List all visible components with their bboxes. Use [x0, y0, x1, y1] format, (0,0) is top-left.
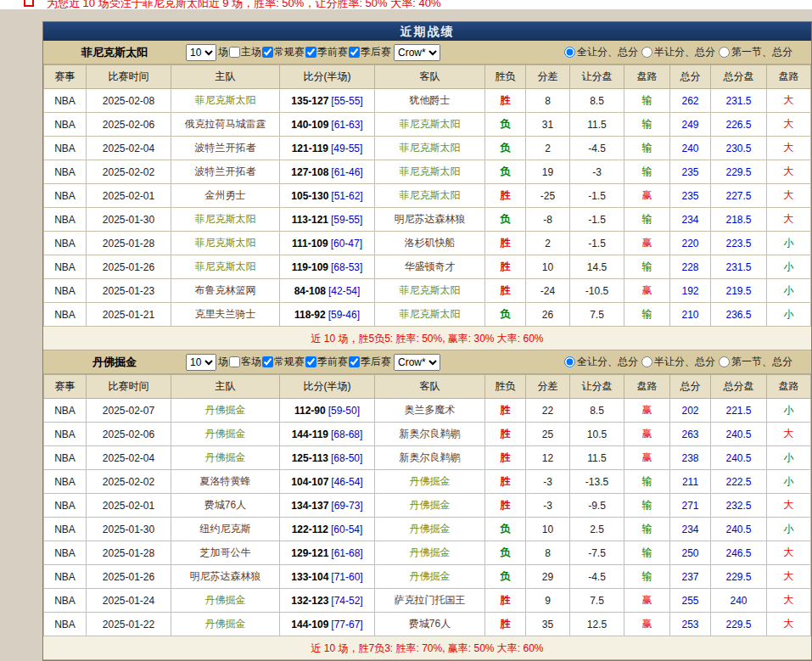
regular-season-filter[interactable]: 常规赛 [261, 45, 305, 59]
full-handicap-radio[interactable] [564, 356, 575, 367]
home-team-link[interactable]: 菲尼克斯太阳 [195, 94, 256, 106]
odds-provider-select[interactable]: Crow* [394, 44, 440, 61]
away-team-link[interactable]: 明尼苏达森林狼 [395, 213, 466, 225]
first-quarter-radio[interactable] [719, 356, 730, 367]
home-team-link[interactable]: 丹佛掘金 [205, 618, 246, 630]
league-cell: NBA [44, 303, 87, 327]
away-team-link[interactable]: 菲尼克斯太阳 [400, 165, 461, 177]
away-team-link[interactable]: 丹佛掘金 [410, 546, 451, 558]
away-team-link[interactable]: 菲尼克斯太阳 [400, 284, 461, 296]
away-team-link[interactable]: 犹他爵士 [410, 94, 451, 106]
away-team-cell: 萨克拉门托国王 [375, 589, 485, 613]
away-team-cell: 明尼苏达森林狼 [375, 208, 485, 232]
away-team-link[interactable]: 华盛顿奇才 [405, 260, 456, 272]
away-team-cell: 丹佛掘金 [375, 494, 485, 518]
venue-checkbox[interactable] [229, 47, 240, 58]
games-count-select[interactable]: 10 [186, 354, 216, 371]
away-team-link[interactable]: 奥兰多魔术 [405, 404, 456, 416]
home-team-link[interactable]: 丹佛掘金 [205, 428, 246, 440]
half-handicap-radio-option[interactable]: 半让分、总分 [641, 355, 715, 369]
home-team-link[interactable]: 纽约尼克斯 [200, 523, 251, 535]
away-team-cell: 丹佛掘金 [375, 470, 485, 494]
date-cell: 2025-02-04 [87, 446, 171, 470]
home-team-link[interactable]: 俄克拉荷马城雷霆 [185, 118, 266, 130]
away-team-link[interactable]: 丹佛掘金 [410, 499, 451, 511]
full-handicap-radio[interactable] [564, 47, 575, 58]
handicap-result-cell: 赢 [624, 184, 670, 208]
cover-result-text: 赢 [642, 594, 652, 606]
away-team-link[interactable]: 萨克拉门托国王 [395, 594, 466, 606]
first-quarter-radio[interactable] [719, 47, 730, 58]
game-row: NBA2025-02-07丹佛掘金112-90[59-50]奥兰多魔术胜228.… [44, 399, 811, 423]
home-team-link[interactable]: 丹佛掘金 [205, 594, 246, 606]
date-cell-text: 2025-02-08 [103, 95, 154, 107]
table-header-row: 赛事比赛时间主队比分(半场)客队胜负分差让分盘盘路总分总分盘盘路 [44, 375, 811, 399]
halftime-score: [59-46] [328, 309, 360, 321]
preseason-checkbox[interactable] [305, 356, 316, 367]
home-team-link[interactable]: 波特兰开拓者 [195, 165, 256, 177]
away-team-link[interactable]: 丹佛掘金 [410, 570, 451, 582]
regular-season-filter[interactable]: 常规赛 [261, 355, 305, 369]
odds-provider-select[interactable]: Crow* [394, 354, 440, 371]
games-count-select[interactable]: 10 [186, 44, 216, 61]
away-team-cell: 菲尼克斯太阳 [375, 184, 485, 208]
home-team-link[interactable]: 菲尼克斯太阳 [195, 237, 256, 249]
full-handicap-radio-option[interactable]: 全让分、总分 [564, 355, 638, 369]
playoffs-filter[interactable]: 季后赛 [348, 355, 391, 369]
over-under-cell: 大 [767, 160, 811, 184]
venue-filter[interactable]: 客场 [228, 355, 261, 369]
playoffs-checkbox[interactable] [349, 356, 360, 367]
total-points-text: 235 [681, 190, 698, 202]
home-team-link[interactable]: 菲尼克斯太阳 [195, 213, 256, 225]
venue-filter[interactable]: 主场 [228, 45, 261, 59]
away-team-cell: 奥兰多魔术 [375, 399, 485, 423]
handicap-line-cell-text: 14.5 [587, 261, 607, 273]
home-team-link[interactable]: 菲尼克斯太阳 [195, 260, 256, 272]
venue-checkbox[interactable] [229, 356, 240, 367]
playoffs-checkbox[interactable] [349, 47, 360, 58]
first-quarter-radio-option[interactable]: 第一节、总分 [719, 355, 792, 369]
first-quarter-radio-option[interactable]: 第一节、总分 [719, 45, 792, 59]
away-team-link[interactable]: 菲尼克斯太阳 [400, 308, 461, 320]
regular-season-checkbox[interactable] [262, 356, 273, 367]
home-team-link[interactable]: 费城76人 [204, 499, 246, 511]
away-team-link[interactable]: 菲尼克斯太阳 [400, 118, 461, 130]
away-team-link[interactable]: 费城76人 [409, 618, 451, 630]
win-loss-text: 负 [501, 165, 511, 177]
total-points-text: 234 [681, 524, 698, 535]
home-team-link[interactable]: 布鲁克林篮网 [195, 284, 256, 296]
date-cell-text: 2025-01-30 [103, 214, 154, 226]
handicap-line-cell-text: -1.5 [588, 190, 606, 202]
away-team-link[interactable]: 丹佛掘金 [410, 475, 451, 487]
home-team-link[interactable]: 夏洛特黄蜂 [200, 475, 251, 487]
playoffs-filter[interactable]: 季后赛 [348, 45, 391, 59]
away-team-link[interactable]: 洛杉矶快船 [405, 237, 456, 249]
handicap-line-cell: -9.5 [570, 494, 624, 518]
result-cell: 负 [485, 541, 526, 565]
half-handicap-radio-option[interactable]: 半让分、总分 [641, 45, 715, 59]
away-team-link[interactable]: 新奥尔良鹈鹕 [400, 428, 461, 440]
home-team-link[interactable]: 芝加哥公牛 [200, 546, 251, 558]
half-handicap-radio[interactable] [641, 356, 652, 367]
away-team-cell: 菲尼克斯太阳 [375, 303, 485, 327]
preseason-filter[interactable]: 季前赛 [305, 355, 348, 369]
away-team-link[interactable]: 丹佛掘金 [410, 523, 451, 535]
home-team-link[interactable]: 明尼苏达森林狼 [190, 570, 261, 582]
regular-season-checkbox[interactable] [262, 47, 273, 58]
win-loss-text: 负 [501, 308, 511, 320]
away-team-link[interactable]: 新奥尔良鹈鹕 [400, 451, 461, 463]
full-handicap-radio-option[interactable]: 全让分、总分 [564, 45, 638, 59]
home-team-link[interactable]: 克里夫兰骑士 [195, 308, 256, 320]
away-team-link[interactable]: 菲尼克斯太阳 [400, 142, 461, 154]
home-team-link[interactable]: 丹佛掘金 [205, 451, 246, 463]
column-header-9: 总分 [670, 65, 711, 89]
home-team-link[interactable]: 金州勇士 [205, 189, 246, 201]
home-team-link[interactable]: 波特兰开拓者 [195, 142, 256, 154]
home-team-link[interactable]: 丹佛掘金 [205, 404, 246, 416]
half-handicap-radio[interactable] [641, 47, 652, 58]
full-handicap-label: 全让分、总分 [577, 355, 638, 369]
handicap-result-cell: 输 [624, 518, 670, 541]
preseason-filter[interactable]: 季前赛 [305, 45, 348, 59]
preseason-checkbox[interactable] [305, 47, 316, 58]
away-team-link[interactable]: 菲尼克斯太阳 [400, 189, 461, 201]
